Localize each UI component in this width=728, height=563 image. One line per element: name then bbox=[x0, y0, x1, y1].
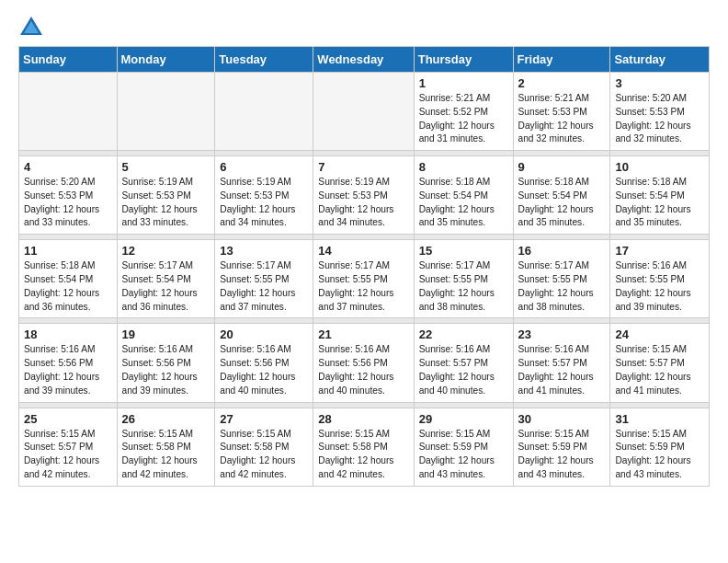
calendar-table: SundayMondayTuesdayWednesdayThursdayFrid… bbox=[18, 46, 710, 487]
day-number: 26 bbox=[122, 412, 210, 426]
calendar-cell: 20Sunrise: 5:16 AM Sunset: 5:56 PM Dayli… bbox=[215, 324, 313, 402]
calendar-cell: 2Sunrise: 5:21 AM Sunset: 5:53 PM Daylig… bbox=[513, 73, 610, 151]
day-number: 9 bbox=[518, 160, 606, 174]
calendar-cell: 12Sunrise: 5:17 AM Sunset: 5:54 PM Dayli… bbox=[117, 240, 215, 318]
day-info: Sunrise: 5:19 AM Sunset: 5:53 PM Dayligh… bbox=[220, 176, 308, 230]
calendar-cell: 19Sunrise: 5:16 AM Sunset: 5:56 PM Dayli… bbox=[117, 324, 215, 402]
day-info: Sunrise: 5:18 AM Sunset: 5:54 PM Dayligh… bbox=[419, 176, 508, 230]
day-info: Sunrise: 5:15 AM Sunset: 5:58 PM Dayligh… bbox=[122, 428, 210, 482]
calendar-cell: 1Sunrise: 5:21 AM Sunset: 5:52 PM Daylig… bbox=[414, 73, 513, 151]
calendar-cell: 26Sunrise: 5:15 AM Sunset: 5:58 PM Dayli… bbox=[117, 408, 215, 486]
day-number: 1 bbox=[419, 76, 508, 90]
day-number: 24 bbox=[615, 327, 704, 341]
weekday-header-sunday: Sunday bbox=[19, 47, 118, 73]
calendar-cell: 7Sunrise: 5:19 AM Sunset: 5:53 PM Daylig… bbox=[313, 156, 414, 235]
day-info: Sunrise: 5:16 AM Sunset: 5:57 PM Dayligh… bbox=[518, 343, 606, 397]
day-number: 18 bbox=[24, 327, 112, 341]
logo-icon bbox=[18, 15, 44, 40]
logo bbox=[18, 15, 48, 40]
day-info: Sunrise: 5:17 AM Sunset: 5:55 PM Dayligh… bbox=[518, 259, 606, 314]
calendar-week-4: 18Sunrise: 5:16 AM Sunset: 5:56 PM Dayli… bbox=[19, 324, 710, 402]
weekday-header-tuesday: Tuesday bbox=[215, 47, 313, 73]
calendar-cell: 23Sunrise: 5:16 AM Sunset: 5:57 PM Dayli… bbox=[513, 324, 610, 402]
day-info: Sunrise: 5:18 AM Sunset: 5:54 PM Dayligh… bbox=[24, 259, 112, 314]
calendar-cell bbox=[313, 73, 414, 151]
weekday-header-saturday: Saturday bbox=[610, 47, 710, 73]
day-info: Sunrise: 5:17 AM Sunset: 5:55 PM Dayligh… bbox=[419, 259, 508, 314]
day-number: 28 bbox=[318, 412, 408, 426]
calendar-cell: 13Sunrise: 5:17 AM Sunset: 5:55 PM Dayli… bbox=[215, 240, 313, 318]
calendar-cell: 5Sunrise: 5:19 AM Sunset: 5:53 PM Daylig… bbox=[117, 156, 215, 235]
day-number: 22 bbox=[419, 327, 508, 341]
calendar-cell: 11Sunrise: 5:18 AM Sunset: 5:54 PM Dayli… bbox=[19, 240, 118, 318]
day-number: 21 bbox=[318, 327, 408, 341]
calendar-cell: 3Sunrise: 5:20 AM Sunset: 5:53 PM Daylig… bbox=[610, 73, 710, 151]
day-number: 12 bbox=[122, 244, 210, 258]
day-number: 5 bbox=[122, 160, 210, 174]
calendar-cell: 16Sunrise: 5:17 AM Sunset: 5:55 PM Dayli… bbox=[513, 240, 610, 318]
day-info: Sunrise: 5:18 AM Sunset: 5:54 PM Dayligh… bbox=[518, 176, 606, 230]
weekday-header-thursday: Thursday bbox=[414, 47, 513, 73]
calendar-cell: 31Sunrise: 5:15 AM Sunset: 5:59 PM Dayli… bbox=[610, 408, 710, 486]
calendar-cell bbox=[117, 73, 215, 151]
calendar-week-1: 1Sunrise: 5:21 AM Sunset: 5:52 PM Daylig… bbox=[19, 73, 710, 151]
day-info: Sunrise: 5:16 AM Sunset: 5:57 PM Dayligh… bbox=[419, 343, 508, 397]
day-info: Sunrise: 5:17 AM Sunset: 5:55 PM Dayligh… bbox=[220, 259, 308, 314]
day-number: 3 bbox=[615, 76, 704, 90]
day-number: 16 bbox=[518, 244, 606, 258]
day-info: Sunrise: 5:19 AM Sunset: 5:53 PM Dayligh… bbox=[122, 176, 210, 230]
weekday-header-wednesday: Wednesday bbox=[313, 47, 414, 73]
day-number: 4 bbox=[24, 160, 112, 174]
day-info: Sunrise: 5:16 AM Sunset: 5:56 PM Dayligh… bbox=[318, 343, 408, 397]
day-info: Sunrise: 5:15 AM Sunset: 5:59 PM Dayligh… bbox=[419, 428, 508, 482]
day-info: Sunrise: 5:20 AM Sunset: 5:53 PM Dayligh… bbox=[24, 176, 112, 230]
calendar-cell bbox=[215, 73, 313, 151]
day-number: 29 bbox=[419, 412, 508, 426]
day-info: Sunrise: 5:16 AM Sunset: 5:55 PM Dayligh… bbox=[615, 259, 704, 314]
weekday-header-monday: Monday bbox=[117, 47, 215, 73]
day-info: Sunrise: 5:15 AM Sunset: 5:59 PM Dayligh… bbox=[615, 428, 704, 482]
calendar-week-2: 4Sunrise: 5:20 AM Sunset: 5:53 PM Daylig… bbox=[19, 156, 710, 235]
calendar-cell: 14Sunrise: 5:17 AM Sunset: 5:55 PM Dayli… bbox=[313, 240, 414, 318]
day-number: 13 bbox=[220, 244, 308, 258]
calendar-cell: 30Sunrise: 5:15 AM Sunset: 5:59 PM Dayli… bbox=[513, 408, 610, 486]
calendar-cell: 4Sunrise: 5:20 AM Sunset: 5:53 PM Daylig… bbox=[19, 156, 118, 235]
day-number: 15 bbox=[419, 244, 508, 258]
day-info: Sunrise: 5:16 AM Sunset: 5:56 PM Dayligh… bbox=[220, 343, 308, 397]
calendar-cell: 29Sunrise: 5:15 AM Sunset: 5:59 PM Dayli… bbox=[414, 408, 513, 486]
calendar-cell: 27Sunrise: 5:15 AM Sunset: 5:58 PM Dayli… bbox=[215, 408, 313, 486]
day-number: 30 bbox=[518, 412, 606, 426]
day-number: 17 bbox=[615, 244, 704, 258]
calendar-cell: 6Sunrise: 5:19 AM Sunset: 5:53 PM Daylig… bbox=[215, 156, 313, 235]
day-info: Sunrise: 5:17 AM Sunset: 5:54 PM Dayligh… bbox=[122, 259, 210, 314]
calendar-week-3: 11Sunrise: 5:18 AM Sunset: 5:54 PM Dayli… bbox=[19, 240, 710, 318]
header bbox=[18, 15, 710, 40]
day-info: Sunrise: 5:15 AM Sunset: 5:57 PM Dayligh… bbox=[24, 428, 112, 482]
day-info: Sunrise: 5:16 AM Sunset: 5:56 PM Dayligh… bbox=[24, 343, 112, 397]
calendar-cell: 22Sunrise: 5:16 AM Sunset: 5:57 PM Dayli… bbox=[414, 324, 513, 402]
calendar-cell: 18Sunrise: 5:16 AM Sunset: 5:56 PM Dayli… bbox=[19, 324, 118, 402]
day-info: Sunrise: 5:15 AM Sunset: 5:58 PM Dayligh… bbox=[220, 428, 308, 482]
day-number: 25 bbox=[24, 412, 112, 426]
calendar-header-row: SundayMondayTuesdayWednesdayThursdayFrid… bbox=[19, 47, 710, 73]
day-number: 20 bbox=[220, 327, 308, 341]
day-info: Sunrise: 5:18 AM Sunset: 5:54 PM Dayligh… bbox=[615, 176, 704, 230]
calendar-cell: 9Sunrise: 5:18 AM Sunset: 5:54 PM Daylig… bbox=[513, 156, 610, 235]
calendar-cell: 15Sunrise: 5:17 AM Sunset: 5:55 PM Dayli… bbox=[414, 240, 513, 318]
calendar-cell: 28Sunrise: 5:15 AM Sunset: 5:58 PM Dayli… bbox=[313, 408, 414, 486]
day-number: 2 bbox=[518, 76, 606, 90]
day-number: 10 bbox=[615, 160, 704, 174]
calendar-cell: 25Sunrise: 5:15 AM Sunset: 5:57 PM Dayli… bbox=[19, 408, 118, 486]
day-number: 14 bbox=[318, 244, 408, 258]
day-number: 6 bbox=[220, 160, 308, 174]
day-info: Sunrise: 5:15 AM Sunset: 5:58 PM Dayligh… bbox=[318, 428, 408, 482]
day-info: Sunrise: 5:21 AM Sunset: 5:52 PM Dayligh… bbox=[419, 92, 508, 146]
calendar-cell: 8Sunrise: 5:18 AM Sunset: 5:54 PM Daylig… bbox=[414, 156, 513, 235]
day-info: Sunrise: 5:15 AM Sunset: 5:59 PM Dayligh… bbox=[518, 428, 606, 482]
day-info: Sunrise: 5:15 AM Sunset: 5:57 PM Dayligh… bbox=[615, 343, 704, 397]
day-number: 31 bbox=[615, 412, 704, 426]
calendar-cell: 10Sunrise: 5:18 AM Sunset: 5:54 PM Dayli… bbox=[610, 156, 710, 235]
page: SundayMondayTuesdayWednesdayThursdayFrid… bbox=[0, 0, 728, 501]
day-number: 8 bbox=[419, 160, 508, 174]
day-info: Sunrise: 5:21 AM Sunset: 5:53 PM Dayligh… bbox=[518, 92, 606, 146]
